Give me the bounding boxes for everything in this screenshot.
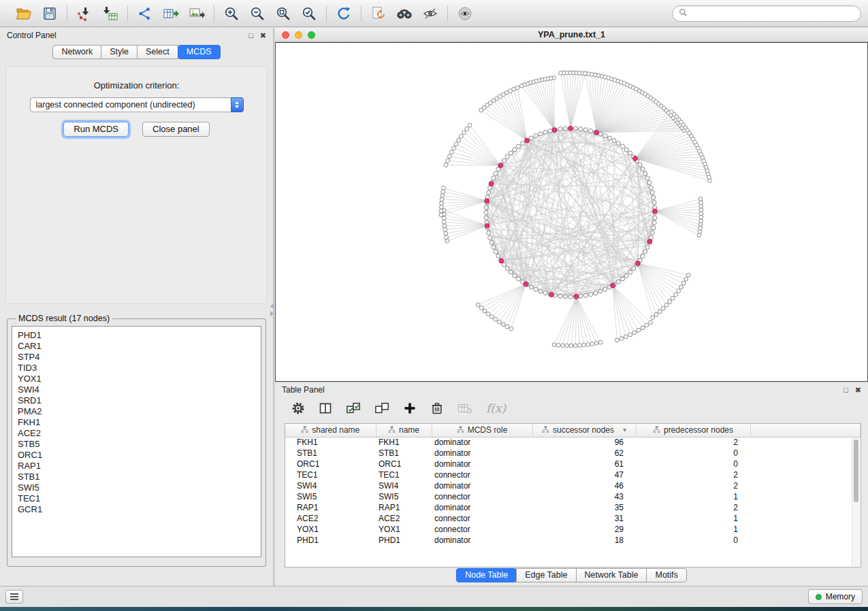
search-icon [679,8,688,19]
open-folder-icon[interactable] [14,4,33,23]
panel-menu-button[interactable] [5,590,23,604]
zoom-selected-icon[interactable] [300,4,319,23]
tab-network[interactable]: Network [52,45,101,59]
node-table-body: FKH1FKH1dominator962STB1STB1dominator620… [285,437,861,546]
mcds-result-item[interactable]: YOX1 [18,374,255,384]
add-column-icon[interactable] [403,401,417,415]
tab-edge-table[interactable]: Edge Table [516,568,576,582]
mcds-result-item[interactable]: SWI4 [18,384,255,395]
dropdown-stepper-icon[interactable] [231,97,244,112]
save-icon[interactable] [40,4,59,23]
table-panel-title: Table Panel [282,385,325,395]
search-field[interactable] [672,5,861,22]
run-mcds-button[interactable]: Run MCDS [63,122,129,137]
function-builder-icon: f(x) [486,401,506,415]
control-panel-tabs: Network Style Select MCDS [0,45,273,59]
table-row[interactable]: SWI4SWI4dominator462 [285,480,861,491]
tab-mcds[interactable]: MCDS [178,45,221,59]
mcds-result-item[interactable]: STP4 [18,352,255,363]
close-panel-button[interactable]: Close panel [142,122,210,137]
node-table[interactable]: shared name name MCDS role successor nod… [285,423,861,567]
column-header-mcds-role[interactable]: MCDS role [432,424,532,437]
table-header-row[interactable]: shared name name MCDS role successor nod… [285,424,861,437]
export-image-icon[interactable] [187,4,206,23]
float-panel-icon[interactable]: □ [843,386,848,394]
deselect-all-icon[interactable] [374,401,389,416]
optimization-criterion-label: Optimization criterion: [6,80,267,90]
search-network-icon[interactable] [395,4,414,23]
zoom-in-icon[interactable] [222,4,241,23]
mcds-result-item[interactable]: STB1 [18,472,255,482]
float-panel-icon[interactable]: □ [248,31,253,39]
table-row[interactable]: SWI5SWI5connector431 [285,491,861,502]
import-table-icon[interactable] [101,4,120,23]
export-document-icon[interactable] [369,4,388,23]
table-row[interactable]: TEC1TEC1connector472 [285,469,861,480]
table-row[interactable]: RAP1RAP1dominator352 [285,502,861,513]
close-panel-icon[interactable]: ✖ [855,386,861,394]
clear-table-icon-disabled [457,401,472,416]
column-header-shared-name[interactable]: shared name [285,424,376,437]
close-panel-icon[interactable]: ✖ [260,31,266,39]
hide-eye-icon[interactable] [421,4,440,23]
tab-select[interactable]: Select [137,45,178,59]
mcds-result-item[interactable]: ORC1 [18,450,255,461]
mcds-result-item[interactable]: ACE2 [18,428,255,439]
export-network-icon[interactable] [135,4,155,23]
mcds-result-item[interactable]: TID3 [18,363,255,374]
mcds-result-item[interactable]: FKH1 [18,417,255,428]
control-panel-title: Control Panel [7,31,57,40]
mcds-result-item[interactable]: TEC1 [18,493,255,504]
criterion-dropdown[interactable]: largest connected component (undirected) [30,97,244,112]
table-row[interactable]: STB1STB1dominator620 [285,448,861,459]
mcds-result-item[interactable]: PHD1 [18,330,255,341]
table-settings-gear-icon[interactable] [291,401,305,415]
export-table-icon[interactable] [161,4,180,23]
network-title: YPA_prune.txt_1 [275,30,868,39]
column-header-name[interactable]: name [376,424,432,437]
memory-status-icon [816,594,822,600]
network-canvas[interactable] [275,42,868,382]
table-tabs: Node Table Edge Table Network Table Moti… [275,568,868,582]
table-row[interactable]: ORC1ORC1dominator610 [285,459,861,469]
network-graph [276,43,867,381]
table-row[interactable]: YOX1YOX1connector291 [285,524,861,535]
zoom-out-icon[interactable] [248,4,267,23]
sort-chevron-icon[interactable]: ▾ [623,426,626,433]
column-header-successor-nodes[interactable]: successor nodes▾ [532,424,636,437]
control-panel-header: Control Panel □ ✖ [0,28,273,42]
delete-column-icon[interactable] [430,401,444,415]
mcds-result-list[interactable]: PHD1CAR1STP4TID3YOX1SWI4SRD1PMA2FKH1ACE2… [12,326,261,557]
zoom-fit-icon[interactable] [274,4,293,23]
table-row[interactable]: FKH1FKH1dominator962 [285,437,861,448]
mcds-result-item[interactable]: SRD1 [18,395,255,406]
network-titlebar[interactable]: YPA_prune.txt_1 [275,28,868,42]
column-header-predecessor-nodes[interactable]: predecessor nodes [636,424,750,437]
mcds-result-item[interactable]: SWI5 [18,482,255,493]
mcds-result-item[interactable]: PMA2 [18,406,255,417]
mcds-result-item[interactable]: GCR1 [18,504,255,515]
search-input[interactable] [692,9,854,18]
memory-button[interactable]: Memory [808,589,863,604]
select-all-icon[interactable] [346,401,361,416]
mcds-result-item[interactable]: RAP1 [18,461,255,472]
tab-node-table[interactable]: Node Table [456,568,517,582]
refresh-icon[interactable] [334,4,353,23]
memory-label: Memory [826,592,855,601]
tab-network-table[interactable]: Network Table [576,568,647,582]
table-scrollbar[interactable] [852,437,860,566]
mcds-result-item[interactable]: STB5 [18,439,255,450]
mcds-result-item[interactable]: CAR1 [18,341,255,352]
tab-style[interactable]: Style [101,45,138,59]
table-row[interactable]: ACE2ACE2connector311 [285,513,861,524]
control-panel: Control Panel □ ✖ Network Style Select M… [0,28,274,586]
splitter-collapse-icon[interactable] [270,303,274,316]
import-network-icon[interactable] [75,4,94,23]
status-bar: Memory [0,586,868,607]
main-toolbar [0,0,868,27]
table-row[interactable]: PHD1PHD1dominator180 [285,535,861,546]
scrollbar-thumb[interactable] [854,440,858,502]
show-columns-icon[interactable] [319,401,332,415]
tab-motifs[interactable]: Motifs [646,568,686,582]
show-eye-icon[interactable] [455,4,475,23]
